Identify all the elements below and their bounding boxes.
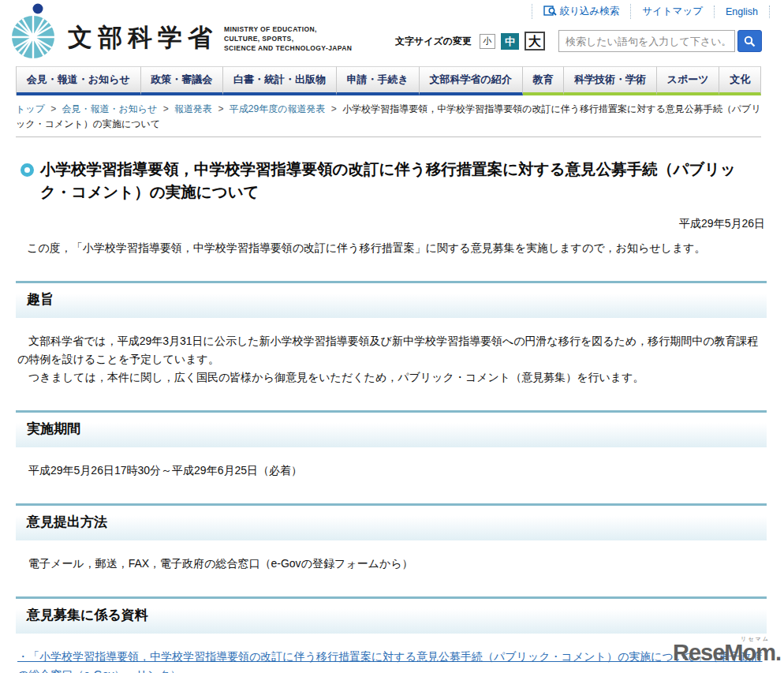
section-body: 文部科学省では，平成29年3月31日に公示した新小学校学習指導要領及び新中学校学…	[16, 318, 767, 387]
english-link[interactable]: English	[714, 6, 770, 18]
utility-links: 絞り込み検索 サイトマップ English	[532, 4, 770, 19]
title-bullet-icon	[21, 163, 34, 177]
search-button[interactable]	[737, 30, 762, 52]
section-heading: 意見募集に係る資料	[16, 596, 767, 634]
article: 小学校学習指導要領，中学校学習指導要領の改訂に伴う移行措置案に対する意見公募手続…	[16, 158, 767, 673]
section-method: 意見提出方法 電子メール，郵送，FAX，電子政府の総合窓口（e-Govの登録フォ…	[16, 503, 767, 573]
page-title: 小学校学習指導要領，中学校学習指導要領の改訂に伴う移行措置案に対する意見公募手続…	[40, 158, 767, 204]
filtered-search-link[interactable]: 絞り込み検索	[532, 4, 631, 19]
sitemap-link[interactable]: サイトマップ	[630, 4, 714, 19]
filtered-search-icon	[543, 6, 557, 18]
section-body: ・「小学校学習指導要領，中学校学習指導要領の改訂に伴う移行措置案に対する意見公募…	[16, 634, 767, 673]
nav-item-culture[interactable]: 文化	[719, 66, 761, 95]
nav-item-press[interactable]: 会見・報道・お知らせ	[17, 66, 141, 95]
fontsize-small-button[interactable]: 小	[480, 34, 495, 49]
nav-item-policy[interactable]: 政策・審議会	[141, 66, 224, 95]
breadcrumb-press[interactable]: 会見・報道・お知らせ	[62, 103, 158, 114]
section-body: 平成29年5月26日17時30分～平成29年6月25日（必着）	[16, 447, 767, 480]
nav-item-education[interactable]: 教育	[523, 66, 565, 95]
subtitle-line: CULTURE, SPORTS,	[224, 34, 352, 43]
resemom-watermark: リセマム ReseMom.	[673, 636, 781, 664]
mext-logo-icon	[9, 2, 60, 63]
site-header: 文部科学省 MINISTRY OF EDUCATION, CULTURE, SP…	[0, 0, 784, 66]
section-period: 実施期間 平成29年5月26日17時30分～平成29年6月25日（必着）	[16, 410, 767, 480]
section-heading: 意見提出方法	[16, 503, 767, 540]
nav-item-about[interactable]: 文部科学省の紹介	[420, 66, 523, 95]
site-search	[558, 30, 762, 52]
section-body: 電子メール，郵送，FAX，電子政府の総合窓口（e-Govの登録フォームから）	[16, 540, 767, 573]
mext-logo[interactable]: 文部科学省 MINISTRY OF EDUCATION, CULTURE, SP…	[9, 2, 352, 63]
section-purpose: 趣旨 文部科学省では，平成29年3月31日に公示した新小学校学習指導要領及び新中…	[16, 281, 767, 387]
sitemap-label: サイトマップ	[642, 5, 703, 18]
section-heading: 趣旨	[16, 281, 767, 318]
subtitle-line: MINISTRY OF EDUCATION,	[224, 24, 352, 34]
fontsize-medium-button[interactable]: 中	[501, 33, 519, 50]
body-paragraph: つきましては，本件に関し，広く国民の皆様から御意見をいただくため，パブリック・コ…	[17, 368, 765, 387]
publish-date: 平成29年5月26日	[16, 217, 765, 231]
breadcrumb-h29-release[interactable]: 平成29年度の報道発表	[230, 103, 326, 114]
body-paragraph: 電子メール，郵送，FAX，電子政府の総合窓口（e-Govの登録フォームから）	[17, 555, 765, 573]
english-label: English	[726, 6, 758, 17]
breadcrumb-separator: >	[218, 103, 223, 114]
breadcrumb-top[interactable]: トップ	[16, 103, 45, 114]
title-row: 小学校学習指導要領，中学校学習指導要領の改訂に伴う移行措置案に対する意見公募手続…	[16, 158, 767, 204]
fontsize-large-button[interactable]: 大	[525, 32, 545, 50]
fontsize-label: 文字サイズの変更	[395, 35, 472, 48]
global-nav: 会見・報道・お知らせ 政策・審議会 白書・統計・出版物 申請・手続き 文部科学省…	[16, 66, 761, 95]
watermark-logo: ReseMom.	[673, 641, 781, 664]
section-materials: 意見募集に係る資料 ・「小学校学習指導要領，中学校学習指導要領の改訂に伴う移行措…	[16, 596, 767, 673]
body-paragraph: 文部科学省では，平成29年3月31日に公示した新小学校学習指導要領及び新中学校学…	[17, 332, 765, 368]
nav-item-sports[interactable]: スポーツ	[657, 66, 720, 95]
site-subtitle-en: MINISTRY OF EDUCATION, CULTURE, SPORTS, …	[224, 24, 352, 54]
breadcrumb: トップ > 会見・報道・お知らせ > 報道発表 > 平成29年度の報道発表 > …	[16, 102, 767, 131]
intro-paragraph: この度，「小学校学習指導要領，中学校学習指導要領の改訂に伴う移行措置案」に関する…	[16, 239, 767, 257]
body-paragraph: 平成29年5月26日17時30分～平成29年6月25日（必着）	[17, 462, 765, 480]
breadcrumb-separator: >	[331, 103, 337, 114]
section-heading: 実施期間	[16, 410, 767, 447]
nav-item-science[interactable]: 科学技術・学術	[564, 66, 657, 95]
header-tools: 文字サイズの変更 小 中 大	[395, 30, 762, 52]
search-icon	[744, 36, 756, 47]
filtered-search-label: 絞り込み検索	[560, 5, 620, 18]
breadcrumb-separator: >	[50, 103, 56, 114]
search-input[interactable]	[558, 30, 735, 52]
egov-document-link[interactable]: ・「小学校学習指導要領，中学校学習指導要領の改訂に伴う移行措置案に対する意見公募…	[17, 650, 763, 673]
breadcrumb-release[interactable]: 報道発表	[174, 103, 212, 114]
subtitle-line: SCIENCE AND TECHNOLOGY-JAPAN	[224, 43, 352, 53]
nav-item-whitepaper[interactable]: 白書・統計・出版物	[223, 66, 337, 95]
breadcrumb-divider	[16, 136, 761, 137]
nav-item-procedure[interactable]: 申請・手続き	[337, 66, 420, 95]
site-title: 文部科学省	[68, 21, 218, 54]
breadcrumb-separator: >	[163, 103, 169, 114]
